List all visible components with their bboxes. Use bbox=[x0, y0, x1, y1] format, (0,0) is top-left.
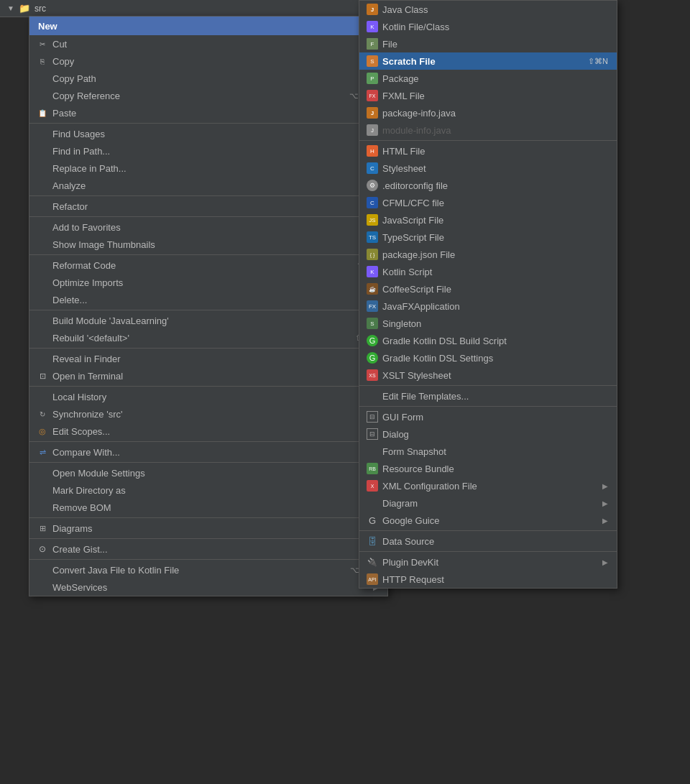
menu-item-analyze[interactable]: Analyze ▶ bbox=[29, 177, 387, 194]
singleton-icon: S bbox=[367, 318, 378, 329]
menu-item-create-gist[interactable]: ⊙ Create Gist... bbox=[29, 540, 387, 558]
menu-item-synchronize[interactable]: ↻ Synchronize 'src' bbox=[29, 405, 387, 423]
xml-config-label: XML Configuration File bbox=[382, 481, 477, 492]
menu-item-copy[interactable]: ⎘ Copy ⌘C bbox=[29, 52, 387, 70]
menu-item-ts[interactable]: TS TypeScript File bbox=[359, 229, 617, 246]
menu-item-convert-kotlin[interactable]: Convert Java File to Kotlin File ⌥⇧⌘K bbox=[29, 561, 387, 578]
menu-item-xslt[interactable]: XS XSLT Stylesheet bbox=[359, 366, 617, 384]
synchronize-label: Synchronize 'src' bbox=[52, 409, 122, 420]
menu-item-find-path[interactable]: Find in Path... ⇧⌘F bbox=[29, 142, 387, 160]
reveal-finder-icon bbox=[37, 353, 48, 364]
replace-path-icon bbox=[37, 162, 48, 174]
optimize-label: Optimize Imports bbox=[52, 277, 123, 288]
cfml-icon: C bbox=[367, 197, 378, 208]
menu-item-file[interactable]: F File bbox=[359, 35, 617, 52]
replace-path-label: Replace in Path... bbox=[52, 163, 126, 174]
rebuild-icon bbox=[37, 332, 48, 343]
menu-item-module-settings[interactable]: Open Module Settings ⌘↓ bbox=[29, 464, 387, 481]
plugin-devkit-label: Plugin DevKit bbox=[382, 557, 438, 568]
remove-bom-icon bbox=[37, 502, 48, 513]
menu-item-rebuild[interactable]: Rebuild '<default>' ⇧⌘F9 bbox=[29, 329, 387, 346]
menu-item-diagrams[interactable]: ⊞ Diagrams ▶ bbox=[29, 520, 387, 537]
menu-item-form-snapshot[interactable]: Form Snapshot bbox=[359, 443, 617, 460]
menu-item-gradle-build[interactable]: G Gradle Kotlin DSL Build Script bbox=[359, 332, 617, 349]
menu-item-json[interactable]: { } package.json File bbox=[359, 246, 617, 263]
menu-item-paste[interactable]: 📋 Paste ⌘V bbox=[29, 104, 387, 121]
menu-item-open-terminal[interactable]: ⊡ Open in Terminal bbox=[29, 367, 387, 384]
menu-item-new[interactable]: New ▶ bbox=[29, 17, 387, 35]
copy-ref-label: Copy Reference bbox=[52, 91, 120, 101]
convert-kotlin-icon bbox=[37, 564, 48, 576]
menu-item-refactor[interactable]: Refactor ▶ bbox=[29, 198, 387, 215]
menu-item-xml-config[interactable]: X XML Configuration File ▶ bbox=[359, 477, 617, 494]
json-icon: { } bbox=[367, 249, 378, 260]
menu-item-copy-ref[interactable]: Copy Reference ⌥⇧⌘C bbox=[29, 87, 387, 104]
delete-label: Delete... bbox=[52, 295, 87, 305]
menu-item-favorites[interactable]: Add to Favorites ▶ bbox=[29, 218, 387, 236]
menu-item-delete[interactable]: Delete... ⌦ bbox=[29, 291, 387, 308]
menu-item-cfml[interactable]: C CFML/CFC file bbox=[359, 194, 617, 211]
menu-item-thumbnails[interactable]: Show Image Thumbnails ⇧⌘T bbox=[29, 236, 387, 253]
menu-item-stylesheet[interactable]: C Stylesheet bbox=[359, 160, 617, 177]
menu-item-data-source[interactable]: 🗄 Data Source bbox=[359, 532, 617, 550]
edit-templates-icon bbox=[367, 390, 378, 402]
menu-item-google-guice[interactable]: G Google Guice ▶ bbox=[359, 512, 617, 529]
menu-item-plugin-devkit[interactable]: 🔌 Plugin DevKit ▶ bbox=[359, 553, 617, 571]
menu-item-cut[interactable]: ✂ Cut ⌘X bbox=[29, 35, 387, 52]
stylesheet-icon: C bbox=[367, 162, 378, 174]
menu-item-package[interactable]: P Package bbox=[359, 70, 617, 87]
menu-item-webservices[interactable]: WebServices ▶ bbox=[29, 578, 387, 596]
mark-dir-icon bbox=[37, 484, 48, 496]
menu-item-http-request[interactable]: API HTTP Request bbox=[359, 571, 617, 588]
menu-item-optimize[interactable]: Optimize Imports ^⌥O bbox=[29, 274, 387, 291]
menu-item-mark-dir[interactable]: Mark Directory as ▶ bbox=[29, 481, 387, 499]
json-label: package.json File bbox=[382, 249, 455, 260]
menu-item-compare[interactable]: ⇌ Compare With... ⌘D bbox=[29, 443, 387, 461]
menu-item-fxml[interactable]: FX FXML File bbox=[359, 87, 617, 104]
menu-item-singleton[interactable]: S Singleton bbox=[359, 315, 617, 332]
menu-item-editorconfig[interactable]: ⚙ .editorconfig file bbox=[359, 177, 617, 194]
menu-item-local-history[interactable]: Local History ▶ bbox=[29, 388, 387, 405]
editorconfig-icon: ⚙ bbox=[367, 180, 378, 191]
menu-item-gui-form[interactable]: ⊟ GUI Form bbox=[359, 408, 617, 425]
menu-item-coffeescript[interactable]: ☕ CoffeeScript File bbox=[359, 280, 617, 298]
analyze-icon bbox=[37, 180, 48, 191]
gui-form-icon: ⊟ bbox=[367, 411, 378, 423]
menu-item-package-info[interactable]: J package-info.java bbox=[359, 104, 617, 121]
refactor-label: Refactor bbox=[52, 201, 88, 212]
xml-config-arrow: ▶ bbox=[602, 482, 608, 490]
menu-item-reveal-finder[interactable]: Reveal in Finder bbox=[29, 350, 387, 367]
file-label: File bbox=[382, 39, 397, 50]
menu-item-build-module[interactable]: Build Module 'JavaLearning' bbox=[29, 312, 387, 329]
menu-item-reformat[interactable]: Reformat Code ⌥⌘L bbox=[29, 257, 387, 274]
rebuild-label: Rebuild '<default>' bbox=[52, 333, 129, 343]
js-label: JavaScript File bbox=[382, 215, 443, 226]
collapse-arrow[interactable]: ▼ bbox=[7, 4, 14, 12]
menu-item-js[interactable]: JS JavaScript File bbox=[359, 211, 617, 229]
menu-item-gradle-settings[interactable]: G Gradle Kotlin DSL Settings bbox=[359, 349, 617, 366]
menu-item-html[interactable]: H HTML File bbox=[359, 142, 617, 160]
separator-11 bbox=[29, 538, 387, 539]
separator-6 bbox=[29, 348, 387, 349]
plugin-devkit-arrow: ▶ bbox=[602, 558, 608, 566]
menu-item-diagram[interactable]: Diagram ▶ bbox=[359, 494, 617, 512]
menu-item-find-usages[interactable]: Find Usages ⌥F7 bbox=[29, 125, 387, 142]
menu-item-java-class[interactable]: J Java Class bbox=[359, 1, 617, 18]
menu-item-replace-path[interactable]: Replace in Path... ⇧⌘R bbox=[29, 160, 387, 177]
plugin-devkit-icon: 🔌 bbox=[367, 556, 378, 568]
menu-item-kotlin-script[interactable]: K Kotlin Script bbox=[359, 263, 617, 280]
convert-kotlin-label: Convert Java File to Kotlin File bbox=[52, 565, 179, 576]
local-history-label: Local History bbox=[52, 392, 106, 402]
menu-item-edit-templates[interactable]: Edit File Templates... bbox=[359, 387, 617, 405]
menu-item-copy-path[interactable]: Copy Path ⇧⌘C bbox=[29, 70, 387, 87]
copy-label: Copy bbox=[52, 56, 74, 67]
menu-item-resource-bundle[interactable]: RB Resource Bundle bbox=[359, 460, 617, 477]
copy-ref-icon bbox=[37, 90, 48, 101]
menu-item-javafx[interactable]: FX JavaFXApplication bbox=[359, 298, 617, 315]
gradle-settings-label: Gradle Kotlin DSL Settings bbox=[382, 353, 493, 364]
menu-item-scratch-file[interactable]: S Scratch File ⇧⌘N bbox=[359, 52, 617, 70]
menu-item-edit-scopes[interactable]: ◎ Edit Scopes... bbox=[29, 423, 387, 440]
menu-item-dialog[interactable]: ⊟ Dialog bbox=[359, 425, 617, 443]
menu-item-remove-bom[interactable]: Remove BOM bbox=[29, 499, 387, 516]
menu-item-kotlin-file[interactable]: K Kotlin File/Class bbox=[359, 18, 617, 35]
